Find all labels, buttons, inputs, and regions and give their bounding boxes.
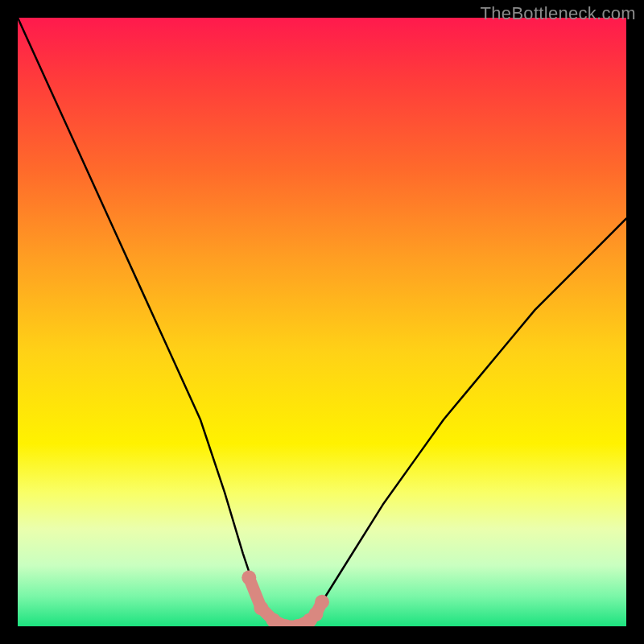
plot-area xyxy=(18,18,626,626)
chart-svg xyxy=(18,18,626,626)
chart-container: TheBottleneck.com xyxy=(0,0,644,644)
marker-dot xyxy=(315,595,329,609)
marker-dot xyxy=(254,601,268,615)
watermark-text: TheBottleneck.com xyxy=(481,3,636,24)
marker-dot xyxy=(242,571,256,585)
bottleneck-curve xyxy=(18,18,626,626)
